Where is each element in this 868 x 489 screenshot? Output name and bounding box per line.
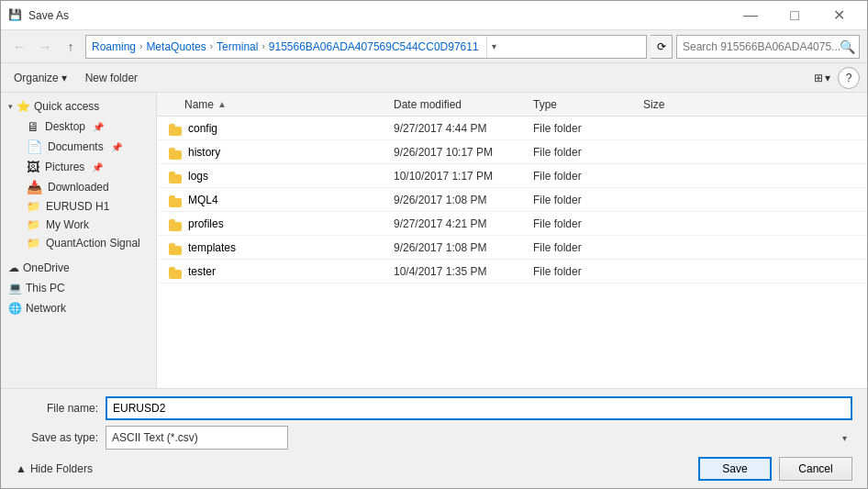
onedrive-section[interactable]: ☁ OneDrive xyxy=(1,258,156,278)
folder-icon xyxy=(168,240,183,255)
downloaded-icon: 📥 xyxy=(27,180,42,194)
filetype-select-wrapper: ASCII Text (*.csv)CSV (Comma delimited) … xyxy=(106,426,852,450)
table-row[interactable]: config 9/27/2017 4:44 PM File folder xyxy=(157,117,867,140)
file-list: Name ▲ Date modified Type Size config xyxy=(157,93,867,388)
refresh-button[interactable]: ⟳ xyxy=(651,35,673,59)
file-cell-date: 10/10/2017 1:17 PM xyxy=(386,170,533,183)
file-name: profiles xyxy=(188,217,224,230)
eurusd-icon: 📁 xyxy=(27,200,40,213)
folder-icon xyxy=(168,145,183,160)
file-cell-name: config xyxy=(157,121,386,136)
forward-button[interactable]: → xyxy=(34,36,56,58)
file-cell-type: File folder xyxy=(533,170,643,183)
file-name: tester xyxy=(188,265,216,278)
table-row[interactable]: tester 10/4/2017 1:35 PM File folder xyxy=(157,260,867,283)
quick-access-chevron: ▾ xyxy=(8,102,13,111)
sidebar-item-quantaction[interactable]: 📁 QuantAction Signal xyxy=(1,234,156,252)
sidebar-label-eurusd: EURUSD H1 xyxy=(46,200,109,213)
file-cell-name: tester xyxy=(157,264,386,279)
filetype-row: Save as type: ASCII Text (*.csv)CSV (Com… xyxy=(16,426,852,450)
save-as-dialog: 💾 Save As — □ ✕ ← → ↑ Roaming › MetaQuot… xyxy=(0,0,868,489)
col-name-label: Name xyxy=(184,98,214,111)
filename-input[interactable] xyxy=(106,396,852,420)
pin-icon-pictures: 📌 xyxy=(92,162,103,172)
file-rows-container: config 9/27/2017 4:44 PM File folder his… xyxy=(157,117,867,283)
organize-arrow-icon: ▾ xyxy=(61,72,67,84)
back-button[interactable]: ← xyxy=(8,36,30,58)
table-row[interactable]: logs 10/10/2017 1:17 PM File folder xyxy=(157,164,867,188)
sidebar-label-desktop: Desktop xyxy=(45,120,85,133)
search-bar-container: 🔍 xyxy=(676,35,860,59)
main-content: ▾ ⭐ Quick access 🖥 Desktop 📌 📄 Documents… xyxy=(1,93,867,388)
filetype-label: Save as type: xyxy=(16,431,98,444)
sidebar-item-eurusd[interactable]: 📁 EURUSD H1 xyxy=(1,197,156,216)
table-row[interactable]: profiles 9/27/2017 4:21 PM File folder xyxy=(157,212,867,236)
breadcrumb-folder[interactable]: 915566BA06ADA407569C544CC0D97611 xyxy=(269,40,479,53)
minimize-button[interactable]: — xyxy=(729,2,772,29)
network-section[interactable]: 🌐 Network xyxy=(1,298,156,318)
sidebar-label-pictures: Pictures xyxy=(45,161,84,173)
sidebar-item-mywork[interactable]: 📁 My Work xyxy=(1,216,156,234)
up-button[interactable]: ↑ xyxy=(60,36,82,58)
new-folder-button[interactable]: New folder xyxy=(80,67,143,89)
folder-icon xyxy=(168,169,183,183)
pin-icon-desktop: 📌 xyxy=(93,122,104,132)
file-cell-name: logs xyxy=(157,169,386,183)
file-cell-type: File folder xyxy=(533,122,643,135)
filetype-select[interactable]: ASCII Text (*.csv)CSV (Comma delimited) … xyxy=(106,426,288,450)
column-date[interactable]: Date modified xyxy=(386,98,533,111)
window-controls: — □ ✕ xyxy=(729,2,860,29)
filename-row: File name: xyxy=(16,396,852,420)
file-name: config xyxy=(188,122,217,135)
table-row[interactable]: templates 9/26/2017 1:08 PM File folder xyxy=(157,236,867,260)
thispc-icon: 💻 xyxy=(8,282,22,295)
file-cell-type: File folder xyxy=(533,265,643,278)
view-arrow-icon: ▾ xyxy=(825,72,830,84)
table-row[interactable]: history 9/26/2017 10:17 PM File folder xyxy=(157,140,867,164)
buttons-row: ▲ Hide Folders Save Cancel xyxy=(16,457,852,481)
sort-arrow-icon: ▲ xyxy=(217,99,227,109)
hide-folders-label: Hide Folders xyxy=(30,462,93,475)
column-type[interactable]: Type xyxy=(533,98,643,111)
breadcrumb-bar[interactable]: Roaming › MetaQuotes › Terminal › 915566… xyxy=(85,35,647,59)
column-size[interactable]: Size xyxy=(643,98,717,111)
onedrive-label: OneDrive xyxy=(23,261,70,274)
organize-button[interactable]: Organize ▾ xyxy=(8,67,72,89)
file-cell-date: 10/4/2017 1:35 PM xyxy=(386,265,533,278)
sidebar-item-pictures[interactable]: 🖼 Pictures 📌 xyxy=(1,157,156,177)
view-button[interactable]: ⊞ ▾ xyxy=(814,67,830,89)
col-date-label: Date modified xyxy=(394,98,462,111)
toolbar: ← → ↑ Roaming › MetaQuotes › Terminal › … xyxy=(1,30,867,63)
select-arrow-icon: ▾ xyxy=(842,433,847,443)
folder-icon xyxy=(168,217,183,231)
file-list-header: Name ▲ Date modified Type Size xyxy=(157,93,867,117)
breadcrumb-terminal[interactable]: Terminal xyxy=(217,40,258,53)
save-button[interactable]: Save xyxy=(698,457,772,481)
folder-icon xyxy=(168,264,183,279)
breadcrumb-metaquotes[interactable]: MetaQuotes xyxy=(146,40,206,53)
breadcrumb-roaming[interactable]: Roaming xyxy=(92,40,136,53)
help-button[interactable]: ? xyxy=(838,67,860,89)
column-name[interactable]: Name ▲ xyxy=(157,98,386,111)
sidebar-label-mywork: My Work xyxy=(46,218,89,231)
cancel-button[interactable]: Cancel xyxy=(779,457,852,481)
sidebar: ▾ ⭐ Quick access 🖥 Desktop 📌 📄 Documents… xyxy=(1,93,157,388)
search-input[interactable] xyxy=(683,40,853,53)
table-row[interactable]: MQL4 9/26/2017 1:08 PM File folder xyxy=(157,188,867,212)
file-name: templates xyxy=(188,241,236,254)
file-cell-type: File folder xyxy=(533,241,643,254)
file-cell-date: 9/26/2017 10:17 PM xyxy=(386,146,533,159)
quick-access-header[interactable]: ▾ ⭐ Quick access xyxy=(1,96,156,117)
thispc-section[interactable]: 💻 This PC xyxy=(1,278,156,298)
bottom-area: File name: Save as type: ASCII Text (*.c… xyxy=(1,388,867,488)
breadcrumb-dropdown-button[interactable]: ▾ xyxy=(486,35,501,59)
sidebar-item-documents[interactable]: 📄 Documents 📌 xyxy=(1,137,156,157)
hide-folders-button[interactable]: ▲ Hide Folders xyxy=(16,462,93,475)
maximize-button[interactable]: □ xyxy=(773,2,816,29)
sidebar-item-downloaded[interactable]: 📥 Downloaded xyxy=(1,177,156,197)
sep3: › xyxy=(262,41,264,51)
sidebar-item-desktop[interactable]: 🖥 Desktop 📌 xyxy=(1,117,156,137)
network-icon: 🌐 xyxy=(8,302,22,315)
col-size-label: Size xyxy=(643,98,664,111)
close-button[interactable]: ✕ xyxy=(818,2,860,29)
